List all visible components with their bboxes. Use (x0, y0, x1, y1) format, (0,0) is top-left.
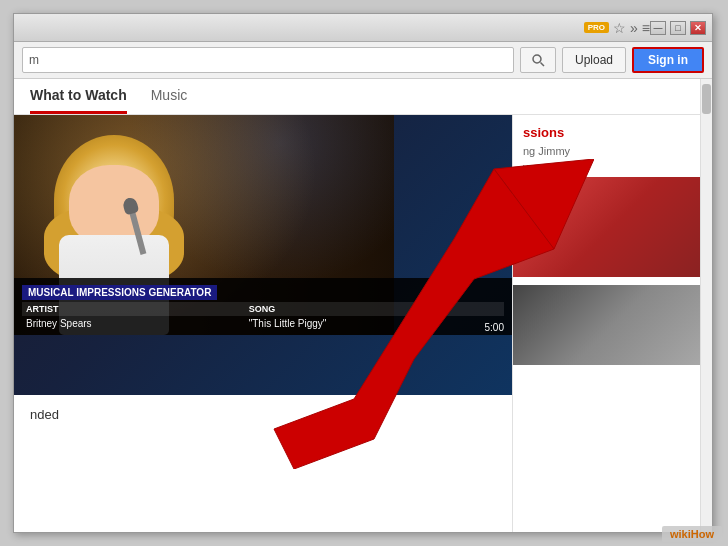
recommended-label: nded (30, 407, 59, 422)
sidebar-meta1: ng Jimmy (513, 145, 712, 161)
search-icon (531, 53, 545, 67)
left-content: MUSICAL IMPRESSIONS GENERATOR ARTIST SON… (14, 115, 512, 532)
page-content: What to Watch Music (14, 79, 712, 532)
tabs-row: What to Watch Music (14, 79, 712, 115)
svg-line-1 (540, 63, 544, 67)
artist-value: Britney Spears (22, 316, 245, 331)
address-bar[interactable]: m (22, 47, 514, 73)
title-bar-controls: — □ ✕ (650, 21, 706, 35)
tab-music[interactable]: Music (151, 87, 188, 114)
wikihow-badge: wikiHow (662, 526, 722, 542)
scrollbar[interactable] (700, 115, 712, 532)
minimize-button[interactable]: — (650, 21, 666, 35)
sidebar-thumbnail[interactable] (513, 177, 712, 277)
sidebar-title: ssions (513, 115, 712, 145)
artist-header: ARTIST (22, 302, 245, 316)
maximize-button[interactable]: □ (670, 21, 686, 35)
video-thumbnail: MUSICAL IMPRESSIONS GENERATOR ARTIST SON… (14, 115, 512, 395)
face (69, 165, 159, 245)
browser-extras: PRO ☆ » ≡ (584, 20, 650, 36)
address-bar-row: m Upload Sign in (14, 42, 712, 78)
sidebar-thumb2[interactable] (513, 285, 712, 365)
signin-button[interactable]: Sign in (632, 47, 704, 73)
video-section[interactable]: MUSICAL IMPRESSIONS GENERATOR ARTIST SON… (14, 115, 512, 395)
menu-icon[interactable]: ≡ (642, 20, 650, 36)
main-area: MUSICAL IMPRESSIONS GENERATOR ARTIST SON… (14, 115, 712, 532)
address-text: m (29, 53, 39, 67)
sidebar-meta2: ys ago (513, 161, 712, 177)
browser-window: PRO ☆ » ≡ — □ ✕ m Upload (13, 13, 713, 533)
upload-button[interactable]: Upload (562, 47, 626, 73)
search-button[interactable] (520, 47, 556, 73)
tab-what-to-watch[interactable]: What to Watch (30, 87, 127, 114)
song-header: SONG (245, 302, 504, 316)
pro-badge: PRO (584, 22, 609, 33)
video-bottom-bar: MUSICAL IMPRESSIONS GENERATOR ARTIST SON… (14, 278, 512, 335)
video-info-table: ARTIST SONG Britney Spears "This Little … (22, 302, 504, 331)
close-button[interactable]: ✕ (690, 21, 706, 35)
right-sidebar: ssions ng Jimmy ys ago (512, 115, 712, 532)
video-title-label: MUSICAL IMPRESSIONS GENERATOR (22, 285, 217, 300)
song-value: "This Little Piggy" (245, 316, 504, 331)
below-video: nded (14, 395, 512, 433)
svg-point-0 (533, 55, 541, 63)
title-bar: PRO ☆ » ≡ — □ ✕ (14, 14, 712, 42)
video-duration: 5:00 (485, 322, 504, 333)
star-icon[interactable]: ☆ (613, 20, 626, 36)
extend-icon[interactable]: » (630, 20, 638, 36)
browser-chrome: m Upload Sign in (14, 42, 712, 79)
